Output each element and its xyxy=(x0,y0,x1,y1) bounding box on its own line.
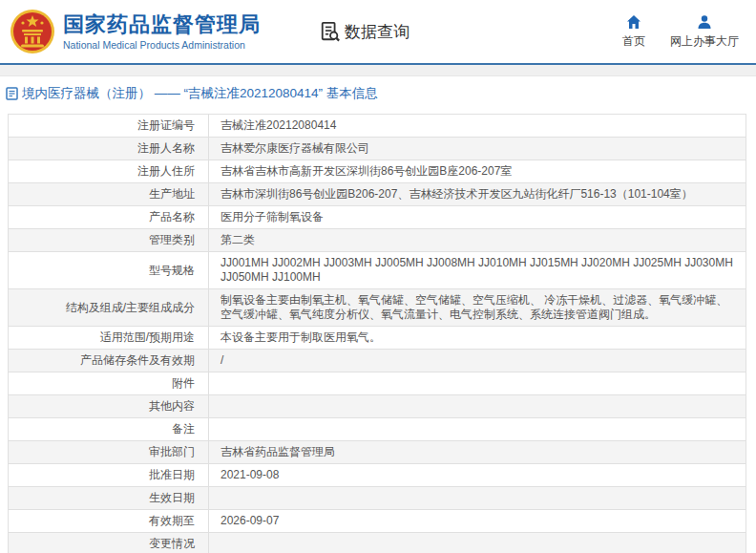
nav-item-home[interactable]: 首页 xyxy=(622,14,645,50)
row-label: 批准日期 xyxy=(9,464,209,487)
data-query-tab[interactable]: 数据查询 xyxy=(320,21,410,43)
row-value: 吉林省药品监督管理局 xyxy=(209,441,746,464)
national-emblem-logo xyxy=(10,9,55,54)
table-row: 型号规格JJ001MH JJ002MH JJ003MH JJ005MH JJ00… xyxy=(9,252,746,289)
row-value: 吉林省吉林市高新开发区深圳街86号创业园B座206-207室 xyxy=(209,160,746,183)
row-value: 制氧设备主要由制氧主机、氧气储罐、空气储罐、空气压缩机、 冷冻干燥机、过滤器、氧… xyxy=(209,289,746,327)
row-label: 注册证编号 xyxy=(9,115,209,138)
row-value: JJ001MH JJ002MH JJ003MH JJ005MH JJ008MH … xyxy=(209,252,746,289)
nav-label-home: 首页 xyxy=(622,33,645,50)
row-label: 注册人住所 xyxy=(9,160,209,183)
table-row: 其他内容 xyxy=(9,395,746,418)
table-row: 适用范围/预期用途本设备主要用于制取医用氧气。 xyxy=(9,327,746,350)
brand: 国家药品监督管理局 National Medical Products Admi… xyxy=(10,9,261,54)
row-value: 本设备主要用于制取医用氧气。 xyxy=(209,327,746,350)
row-value xyxy=(209,372,746,395)
table-row: 有效期至2026-09-07 xyxy=(9,510,746,533)
row-value: 吉械注准20212080414 xyxy=(209,115,746,138)
row-label: 管理类别 xyxy=(9,229,209,252)
table-row: 结构及组成/主要组成成分制氧设备主要由制氧主机、氧气储罐、空气储罐、空气压缩机、… xyxy=(9,289,746,327)
table-row: 管理类别第二类 xyxy=(9,229,746,252)
row-value xyxy=(209,487,746,510)
site-header: 国家药品监督管理局 National Medical Products Admi… xyxy=(0,0,756,65)
row-value: 医用分子筛制氧设备 xyxy=(209,206,746,229)
registration-info-table: 注册证编号吉械注准20212080414注册人名称吉林爱尔康医疗器械有限公司注册… xyxy=(8,114,746,553)
row-label: 备注 xyxy=(9,418,209,441)
row-label: 产品名称 xyxy=(9,206,209,229)
table-row: 生效日期 xyxy=(9,487,746,510)
table-row: 附件 xyxy=(9,372,746,395)
home-icon xyxy=(626,14,641,30)
header-divider-band xyxy=(0,65,756,76)
row-value: 第二类 xyxy=(209,229,746,252)
row-label: 变更情况 xyxy=(9,533,209,553)
table-row: 变更情况 xyxy=(9,533,746,553)
row-value: 吉林爱尔康医疗器械有限公司 xyxy=(209,138,746,160)
document-search-icon xyxy=(320,21,341,42)
table-row: 产品储存条件及有效期/ xyxy=(9,350,746,372)
row-label: 适用范围/预期用途 xyxy=(9,327,209,350)
table-row: 生产地址吉林市深圳街86号创业园B206-207、吉林经济技术开发区九站街化纤厂… xyxy=(9,183,746,206)
row-label: 审批部门 xyxy=(9,441,209,464)
site-subtitle: National Medical Products Administration xyxy=(63,39,261,52)
table-row: 批准日期2021-09-08 xyxy=(9,464,746,487)
page-title: 境内医疗器械（注册） —— “吉械注准20212080414” 基本信息 xyxy=(22,85,378,102)
row-value: / xyxy=(209,350,746,372)
document-icon xyxy=(6,87,18,100)
data-query-label: 数据查询 xyxy=(345,21,410,43)
row-value xyxy=(209,395,746,418)
row-label: 附件 xyxy=(9,372,209,395)
site-title: 国家药品监督管理局 xyxy=(63,12,261,37)
table-row: 审批部门吉林省药品监督管理局 xyxy=(9,441,746,464)
table-row: 注册人名称吉林爱尔康医疗器械有限公司 xyxy=(9,138,746,160)
table-row: 产品名称医用分子筛制氧设备 xyxy=(9,206,746,229)
row-value: 2026-09-07 xyxy=(209,510,746,533)
row-value xyxy=(209,533,746,553)
row-value xyxy=(209,418,746,441)
row-label: 产品储存条件及有效期 xyxy=(9,350,209,372)
row-label: 生产地址 xyxy=(9,183,209,206)
row-value: 吉林市深圳街86号创业园B206-207、吉林经济技术开发区九站街化纤厂516-… xyxy=(209,183,746,206)
row-label: 结构及组成/主要组成成分 xyxy=(9,289,209,327)
user-icon xyxy=(697,14,712,30)
nav-label-service-hall: 网上办事大厅 xyxy=(670,33,739,50)
table-row: 注册人住所吉林省吉林市高新开发区深圳街86号创业园B座206-207室 xyxy=(9,160,746,183)
row-label: 其他内容 xyxy=(9,395,209,418)
row-value: 2021-09-08 xyxy=(209,464,746,487)
row-label: 型号规格 xyxy=(9,252,209,289)
row-label: 有效期至 xyxy=(9,510,209,533)
nav-item-service-hall[interactable]: 网上办事大厅 xyxy=(670,14,739,50)
table-row: 注册证编号吉械注准20212080414 xyxy=(9,115,746,138)
row-label: 注册人名称 xyxy=(9,138,209,160)
table-row: 备注 xyxy=(9,418,746,441)
info-table-body: 注册证编号吉械注准20212080414注册人名称吉林爱尔康医疗器械有限公司注册… xyxy=(9,115,746,553)
breadcrumb: 境内医疗器械（注册） —— “吉械注准20212080414” 基本信息 xyxy=(0,76,756,110)
row-label: 生效日期 xyxy=(9,487,209,510)
header-nav: 首页 网上办事大厅 xyxy=(622,14,739,50)
